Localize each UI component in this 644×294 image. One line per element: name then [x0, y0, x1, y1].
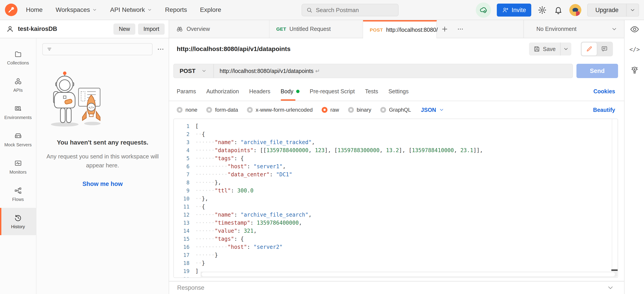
- tab-overview[interactable]: Overview: [169, 20, 270, 38]
- request-tab-settings[interactable]: Settings: [388, 82, 408, 101]
- new-button[interactable]: New: [114, 24, 135, 35]
- sidebar-item-flows[interactable]: Flows: [0, 180, 36, 208]
- tab-more-options-icon[interactable]: [452, 20, 468, 38]
- nav-item-workspaces[interactable]: Workspaces: [56, 6, 97, 14]
- sidebar-item-mock-servers[interactable]: Mock Servers: [0, 126, 36, 153]
- import-button[interactable]: Import: [138, 24, 165, 35]
- save-options-button[interactable]: [560, 46, 571, 52]
- editor-vertical-scroll-thumb[interactable]: [611, 270, 618, 271]
- editor-horizontal-scrollbar[interactable]: [201, 272, 617, 277]
- sidebar-item-apis[interactable]: APIs: [0, 71, 36, 99]
- sidebar-item-history[interactable]: History: [0, 208, 36, 235]
- history-icon: [14, 214, 22, 222]
- upgrade-button[interactable]: Upgrade: [587, 4, 639, 16]
- body-mode-row: noneform-datax-www-form-urlencodedrawbin…: [169, 101, 624, 118]
- avatar[interactable]: [569, 4, 581, 16]
- invite-button[interactable]: Invite: [497, 4, 532, 16]
- more-options-icon[interactable]: [156, 46, 165, 53]
- body-code-editor[interactable]: 1[2··{3······"name": "archive_file_track…: [173, 118, 618, 278]
- request-tab-label: Settings: [388, 88, 408, 95]
- save-label: Save: [543, 46, 556, 52]
- body-mode-label: none: [186, 107, 197, 113]
- nav-item-explore[interactable]: Explore: [200, 6, 221, 14]
- line-number: 20: [174, 276, 195, 278]
- request-tab-tests[interactable]: Tests: [365, 82, 378, 101]
- request-tab-pre-request-script[interactable]: Pre-request Script: [310, 82, 355, 101]
- hide-sidebar-button[interactable]: [630, 24, 640, 34]
- edit-mode-button[interactable]: [582, 42, 597, 56]
- code-line: 10··},: [174, 195, 618, 203]
- request-title: http://localhost:8080/api/v1/datapoints: [177, 46, 290, 52]
- code-line: 16··········"host": "server2": [174, 243, 618, 251]
- send-button[interactable]: Send: [576, 64, 618, 78]
- search-input[interactable]: Search Postman: [302, 4, 398, 16]
- person-plus-icon: [502, 7, 509, 14]
- nav-item-home[interactable]: Home: [26, 6, 43, 14]
- line-number: 10: [174, 196, 195, 202]
- body-mode-binary[interactable]: binary: [348, 107, 371, 113]
- request-tab-headers[interactable]: Headers: [249, 82, 270, 101]
- sidebar-item-label: History: [11, 224, 25, 229]
- new-tab-button[interactable]: [437, 20, 452, 38]
- code-line: 4······"datapoints": [[1359788400000, 12…: [174, 146, 618, 154]
- sidebar-item-monitors[interactable]: Monitors: [0, 153, 36, 180]
- nav-item-reports[interactable]: Reports: [165, 6, 187, 14]
- flows-icon: [14, 186, 22, 195]
- bootcamp-button[interactable]: [630, 65, 640, 75]
- empty-state-body: Any request you send in this workspace w…: [42, 152, 163, 170]
- code-line: 13······"timestamp": 1359786400000,: [174, 219, 618, 227]
- body-mode-none[interactable]: none: [177, 107, 197, 113]
- request-tab-body[interactable]: Body: [281, 82, 300, 101]
- comments-button[interactable]: [597, 42, 612, 56]
- code-line: 18··}: [174, 259, 618, 267]
- response-section-header[interactable]: Response: [169, 281, 624, 294]
- line-number: 6: [174, 164, 195, 169]
- eye-icon: [630, 24, 640, 34]
- radio-icon: [322, 107, 328, 113]
- cookies-link[interactable]: Cookies: [594, 88, 615, 95]
- sidebar-item-collections[interactable]: Collections: [0, 44, 36, 71]
- code-line: 2··{: [174, 130, 618, 138]
- tab-post-request[interactable]: POST http://localhost:8080/: [363, 20, 437, 38]
- body-mode-form-data[interactable]: form-data: [206, 107, 238, 113]
- code-line: 6··········"host": "server1",: [174, 162, 618, 170]
- empty-state-illustration: </>: [36, 69, 122, 130]
- request-tab-authorization[interactable]: Authorization: [206, 82, 239, 101]
- notifications-button[interactable]: [553, 5, 564, 15]
- url-input[interactable]: http://localhost:8080/api/v1/datapoints↵: [214, 68, 320, 74]
- body-mode-x-www-form-urlencoded[interactable]: x-www-form-urlencoded: [247, 107, 313, 113]
- sync-status-button[interactable]: [476, 2, 491, 18]
- workspace-name[interactable]: test-kairosDB: [18, 26, 57, 32]
- save-button[interactable]: Save: [529, 46, 560, 52]
- filter-input[interactable]: [56, 46, 148, 52]
- body-mode-label: GraphQL: [389, 107, 411, 113]
- request-tab-label: Headers: [249, 88, 270, 95]
- postman-logo-icon[interactable]: [5, 4, 18, 16]
- environment-selector[interactable]: No Environment: [524, 20, 624, 38]
- body-mode-label: form-data: [215, 107, 238, 113]
- language-selector[interactable]: JSON: [421, 107, 444, 113]
- code-text: ······},: [195, 180, 221, 186]
- line-number: 12: [174, 212, 195, 218]
- tab-untitled-request[interactable]: GET Untitled Request: [270, 20, 363, 38]
- history-filter-box[interactable]: [42, 43, 152, 55]
- body-mode-graphql[interactable]: GraphQL: [380, 107, 411, 113]
- beautify-link[interactable]: Beautify: [593, 107, 615, 113]
- method-selector[interactable]: POST: [174, 68, 214, 74]
- search-icon: [306, 7, 313, 14]
- line-number: 13: [174, 220, 195, 226]
- collections-icon: [14, 50, 22, 58]
- nav-item-api-network[interactable]: API Network: [110, 6, 152, 14]
- tab-bar: Overview GET Untitled Request POST http:…: [169, 20, 624, 38]
- chevron-down-icon[interactable]: [626, 7, 639, 13]
- line-number: 1: [174, 123, 195, 129]
- sidebar-item-environments[interactable]: Environments: [0, 99, 36, 126]
- radio-icon: [247, 107, 253, 113]
- body-mode-raw[interactable]: raw: [322, 107, 339, 113]
- request-tab-params[interactable]: Params: [177, 82, 196, 101]
- code-snippet-button[interactable]: </>: [630, 44, 640, 54]
- show-me-how-link[interactable]: Show me how: [82, 180, 122, 188]
- settings-button[interactable]: [537, 5, 547, 15]
- editor-horizontal-scroll-thumb[interactable]: [202, 272, 615, 276]
- line-number: 16: [174, 244, 195, 250]
